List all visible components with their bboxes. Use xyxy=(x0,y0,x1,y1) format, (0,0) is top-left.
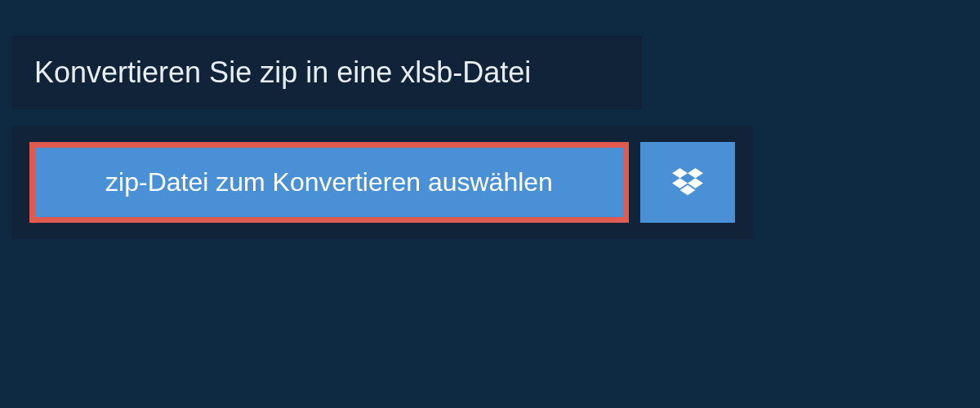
dropbox-button[interactable] xyxy=(640,142,735,223)
button-panel: zip-Datei zum Konvertieren auswählen xyxy=(11,126,753,239)
select-file-label: zip-Datei zum Konvertieren auswählen xyxy=(105,167,553,197)
title-bar: Konvertieren Sie zip in eine xlsb-Datei xyxy=(11,36,642,109)
select-file-button[interactable]: zip-Datei zum Konvertieren auswählen xyxy=(29,142,629,223)
dropbox-icon xyxy=(672,168,703,197)
page-title: Konvertieren Sie zip in eine xlsb-Datei xyxy=(34,55,619,90)
